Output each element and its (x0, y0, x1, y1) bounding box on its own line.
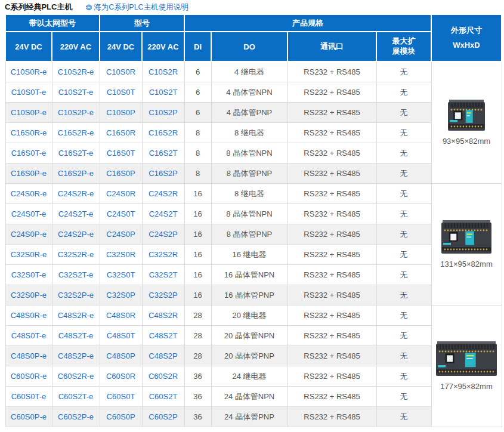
model-link[interactable]: C16S0P (106, 169, 135, 178)
model-link[interactable]: C16S0T-e (11, 149, 47, 158)
model-link[interactable]: C10S2R (149, 67, 178, 76)
model-link[interactable]: C10S2T-e (58, 88, 94, 97)
model-link[interactable]: C32S2R-e (58, 250, 94, 259)
table-body: C10S0R-eC10S2R-eC10S0RC10S2R64 继电器RS232 … (5, 61, 502, 427)
model-link[interactable]: C48S0T (107, 331, 135, 340)
model-link[interactable]: C16S2P-e (58, 169, 94, 178)
model-link[interactable]: C60S0P-e (11, 412, 47, 421)
cell-do: 8 继电器 (211, 184, 287, 204)
model-link[interactable]: C48S2P-e (58, 351, 94, 360)
model-link[interactable]: C16S2P (149, 169, 177, 178)
model-link[interactable]: C32S0T (107, 270, 135, 279)
model-link[interactable]: C60S2P-e (58, 412, 94, 421)
model-link[interactable]: C24S0P-e (11, 230, 47, 239)
model-link[interactable]: C60S0R (106, 372, 135, 381)
model-link[interactable]: C32S0T-e (11, 270, 47, 279)
plc-product-image (441, 220, 492, 255)
model-link[interactable]: C10S0P-e (11, 108, 47, 117)
model-link[interactable]: C60S0P (106, 412, 135, 421)
model-link[interactable]: C48S0P (106, 351, 135, 360)
model-link[interactable]: C32S2R (149, 250, 178, 259)
cell-do: 24 晶体管NPN (211, 387, 287, 407)
model-link[interactable]: C48S2R (149, 311, 178, 320)
model-link[interactable]: C48S2P (149, 351, 177, 360)
title-bar: C系列经典PLC主机 ❂ 海为C系列PLC主机使用说明 (0, 0, 504, 14)
model-link[interactable]: C48S2R-e (58, 311, 94, 320)
model-link[interactable]: C16S0T (107, 149, 135, 158)
model-link[interactable]: C10S2R-e (58, 67, 94, 76)
table-row: C10S0P-eC10S2P-eC10S0PC10S2P64 晶体管PNPRS2… (5, 103, 502, 123)
model-link[interactable]: C60S2R-e (58, 372, 94, 381)
cell-24vdc-model: C24S0R (100, 184, 142, 204)
model-link[interactable]: C16S0P-e (11, 169, 47, 178)
model-link[interactable]: C32S2P (149, 291, 177, 300)
model-link[interactable]: C24S2R (149, 189, 178, 198)
model-link[interactable]: C24S2P (149, 230, 177, 239)
model-link[interactable]: C16S2R-e (58, 128, 94, 137)
table-row: C16S0P-eC16S2P-eC16S0PC16S2P88 晶体管PNPRS2… (5, 163, 502, 184)
cell-do: 4 晶体管NPN (211, 82, 287, 103)
model-link[interactable]: C16S0R (106, 128, 135, 137)
model-link[interactable]: C10S0R (106, 67, 135, 76)
model-link[interactable]: C24S0T (107, 209, 135, 218)
model-link[interactable]: C10S0T-e (11, 88, 47, 97)
model-link[interactable]: C60S2R (149, 372, 178, 381)
table-row: C32S0P-eC32S2P-eC32S0PC32S2P1616 晶体管PNPR… (5, 285, 502, 306)
model-link[interactable]: C24S2T-e (58, 209, 94, 218)
cell-di: 16 (184, 265, 211, 285)
model-link[interactable]: C60S0T-e (11, 392, 47, 401)
spec-table: 带以太网型号 型号 产品规格 外形尺寸 WxHxD 24V DC 220V AC… (5, 14, 502, 427)
model-link[interactable]: C60S2T (149, 392, 178, 401)
model-link[interactable]: C16S2T (149, 149, 178, 158)
model-link[interactable]: C48S0T-e (11, 331, 47, 340)
model-link[interactable]: C24S0T-e (11, 209, 47, 218)
model-link[interactable]: C60S0T (107, 392, 135, 401)
model-link[interactable]: C32S2P-e (58, 291, 94, 300)
table-row: C16S0T-eC16S2T-eC16S0TC16S2T88 晶体管NPNRS2… (5, 143, 502, 163)
model-link[interactable]: C48S2T-e (58, 331, 94, 340)
model-link[interactable]: C32S0P (106, 291, 135, 300)
model-link[interactable]: C48S0R (106, 311, 135, 320)
model-link[interactable]: C32S0P-e (11, 291, 47, 300)
cell-eth-24vdc-model: C32S0T-e (5, 265, 52, 285)
cell-24vdc-model: C16S0T (100, 143, 142, 163)
model-link[interactable]: C32S0R (106, 250, 135, 259)
model-link[interactable]: C16S2T-e (58, 149, 94, 158)
model-link[interactable]: C10S0R-e (11, 67, 47, 76)
cell-di: 16 (184, 224, 211, 245)
model-link[interactable]: C60S2P (149, 412, 177, 421)
model-link[interactable]: C32S2T (149, 270, 178, 279)
model-link[interactable]: C32S0R-e (11, 250, 47, 259)
model-link[interactable]: C60S2T-e (58, 392, 94, 401)
model-link[interactable]: C32S2T-e (58, 270, 94, 279)
cell-eth-24vdc-model: C10S0R-e (5, 61, 52, 82)
model-link[interactable]: C60S0R-e (11, 372, 47, 381)
cell-24vdc-model: C48S0R (100, 306, 142, 326)
model-link[interactable]: C10S2T (149, 88, 178, 97)
model-link[interactable]: C10S2P (149, 108, 177, 117)
cell-24vdc-model: C10S0T (100, 82, 142, 103)
cell-max-expansion: 无 (376, 184, 431, 204)
cell-di: 8 (184, 123, 211, 143)
model-link[interactable]: C24S2T (149, 209, 178, 218)
model-link[interactable]: C24S2R-e (58, 189, 94, 198)
model-link[interactable]: C48S2T (149, 331, 178, 340)
model-link[interactable]: C10S0P (106, 108, 135, 117)
model-link[interactable]: C48S0P-e (11, 351, 47, 360)
model-link[interactable]: C24S0P (106, 230, 135, 239)
doc-link[interactable]: ❂ 海为C系列PLC主机使用说明 (85, 2, 188, 13)
model-link[interactable]: C24S0R-e (11, 189, 47, 198)
cell-do: 8 晶体管NPN (211, 143, 287, 163)
model-link[interactable]: C24S2P-e (58, 230, 94, 239)
model-link[interactable]: C10S2P-e (58, 108, 94, 117)
model-link[interactable]: C16S2R (149, 128, 178, 137)
cell-eth-24vdc-model: C16S0T-e (5, 143, 52, 163)
cell-max-expansion: 无 (376, 143, 431, 163)
cell-do: 20 晶体管PNP (211, 346, 287, 366)
model-link[interactable]: C10S0T (107, 88, 135, 97)
model-link[interactable]: C24S0R (106, 189, 135, 198)
cell-comm-port: RS232 + RS485 (287, 82, 376, 103)
model-link[interactable]: C48S0R-e (11, 311, 47, 320)
model-link[interactable]: C16S0R-e (11, 128, 47, 137)
cell-220vac-model: C48S2P (142, 346, 184, 366)
